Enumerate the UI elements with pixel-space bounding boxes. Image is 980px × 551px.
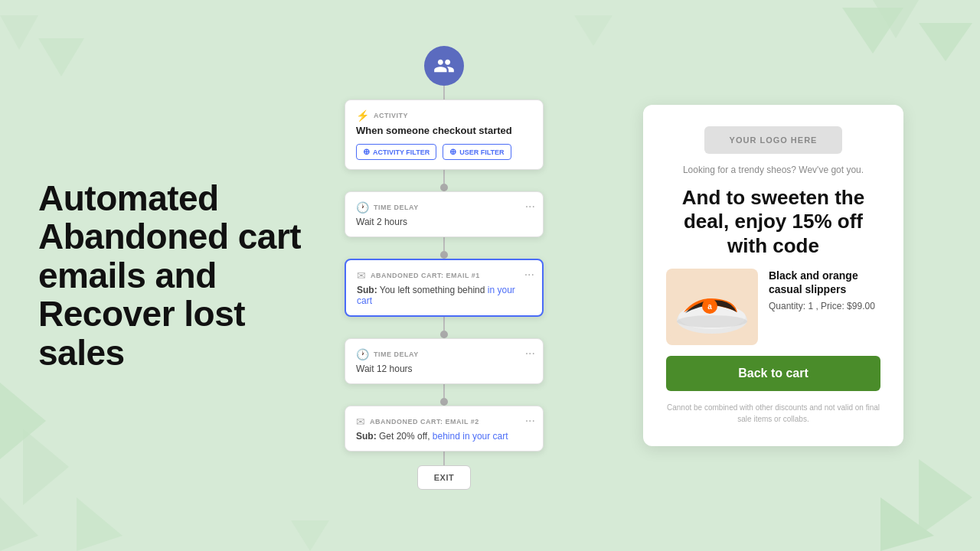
content-wrapper: Automated Abandoned cart emails and Reco… — [0, 0, 980, 551]
hero-title: Automated Abandoned cart emails and Reco… — [38, 179, 322, 373]
email2-subject-prefix: Sub: — [356, 431, 377, 442]
activity-type-label: ACTIVITY — [374, 112, 408, 119]
email1-card-header: ✉ ABANDONED CART: EMAIL #1 — [357, 269, 531, 282]
connector-line-5 — [443, 384, 445, 398]
price-label: Price: — [821, 301, 844, 311]
email2-type-label: ABANDONED CART: EMAIL #2 — [370, 418, 479, 425]
mail-icon-2: ✉ — [356, 416, 365, 428]
activity-card-header: ⚡ ACTIVITY — [356, 109, 532, 122]
activity-card-title: When someone checkout started — [356, 125, 532, 136]
product-name: Black and orange casual slippers — [769, 269, 880, 296]
connector-dot-1 — [440, 184, 448, 191]
plus-icon-1: ⊕ — [363, 147, 370, 157]
email-headline: And to sweeten the deal, enjoy 15% off w… — [666, 186, 880, 258]
disclaimer-text: Cannot be combined with other discounts … — [666, 402, 880, 425]
connector-line-1 — [443, 86, 445, 99]
email-tagline: Looking for a trendy sheos? Wev've got y… — [683, 165, 864, 175]
exit-node: EXIT — [417, 465, 471, 490]
connector-line-2 — [443, 170, 445, 184]
email1-type-label: ABANDONED CART: EMAIL #1 — [371, 272, 480, 279]
delay1-card-header: 🕐 TIME DELAY — [356, 201, 532, 214]
email2-dots-menu[interactable]: ··· — [525, 414, 535, 428]
email1-subject-text: You left something behind in your cart — [357, 285, 515, 306]
back-to-cart-button[interactable]: Back to cart — [666, 356, 880, 391]
quantity-label: Quantity: — [769, 301, 805, 311]
users-icon — [433, 55, 455, 77]
slipper-image: a — [670, 272, 754, 341]
product-info: Black and orange casual slippers Quantit… — [769, 269, 880, 311]
email1-subject-prefix: Sub: — [357, 285, 377, 295]
delay1-body: Wait 2 hours — [356, 217, 532, 227]
lightning-icon: ⚡ — [356, 109, 369, 122]
activity-card[interactable]: ⚡ ACTIVITY When someone checkout started… — [345, 99, 544, 170]
delay2-type-label: TIME DELAY — [374, 350, 419, 358]
product-details: Quantity: 1 , Price: $99.00 — [769, 301, 880, 311]
quantity-value: 1 — [808, 301, 813, 311]
delay2-card-header: 🕐 TIME DELAY — [356, 348, 532, 360]
middle-panel: ⚡ ACTIVITY When someone checkout started… — [322, 0, 567, 551]
email1-dots-menu[interactable]: ··· — [524, 268, 534, 282]
connector-line-4 — [443, 317, 445, 331]
exit-label: EXIT — [434, 473, 454, 482]
price-value: $99.00 — [847, 301, 875, 311]
delay1-dots-menu[interactable]: ··· — [525, 200, 535, 214]
svg-point-18 — [677, 315, 747, 328]
clock-icon-1: 🕐 — [356, 201, 369, 214]
product-card: a Black and orange casual slippers Quant… — [666, 269, 880, 345]
start-node — [424, 46, 464, 86]
left-panel: Automated Abandoned cart emails and Reco… — [0, 0, 322, 551]
connector-line-6 — [443, 452, 445, 465]
workflow-container: ⚡ ACTIVITY When someone checkout started… — [345, 46, 544, 490]
delay2-dots-menu[interactable]: ··· — [525, 347, 535, 360]
connector-dot-4 — [440, 398, 448, 406]
clock-icon-2: 🕐 — [356, 348, 369, 360]
product-image: a — [666, 269, 758, 345]
delay2-card[interactable]: ··· 🕐 TIME DELAY Wait 12 hours — [345, 338, 544, 384]
activity-filter-label: ACTIVITY FILTER — [373, 148, 430, 156]
email1-subject: Sub: You left something behind in your c… — [357, 285, 531, 306]
email2-subject-text: Get 20% off, behind in your cart — [379, 431, 508, 442]
email-preview-card: YOUR LOGO HERE Looking for a trendy sheo… — [643, 105, 903, 446]
delay1-card[interactable]: ··· 🕐 TIME DELAY Wait 2 hours — [345, 191, 544, 237]
mail-icon-1: ✉ — [357, 269, 366, 282]
email1-card[interactable]: ··· ✉ ABANDONED CART: EMAIL #1 Sub: You … — [345, 259, 544, 317]
delay2-body: Wait 12 hours — [356, 364, 532, 374]
email2-subject: Sub: Get 20% off, behind in your cart — [356, 431, 532, 442]
logo-placeholder: YOUR LOGO HERE — [704, 126, 842, 154]
email2-card-header: ✉ ABANDONED CART: EMAIL #2 — [356, 416, 532, 428]
delay1-type-label: TIME DELAY — [374, 204, 419, 211]
activity-filter-button[interactable]: ⊕ ACTIVITY FILTER — [356, 144, 436, 160]
right-panel: YOUR LOGO HERE Looking for a trendy sheo… — [567, 0, 980, 551]
svg-text:a: a — [707, 302, 712, 311]
user-filter-label: USER FILTER — [459, 148, 504, 156]
user-filter-button[interactable]: ⊕ USER FILTER — [443, 144, 511, 160]
filter-buttons: ⊕ ACTIVITY FILTER ⊕ USER FILTER — [356, 144, 532, 160]
connector-line-3 — [443, 237, 445, 251]
connector-dot-2 — [440, 251, 448, 259]
plus-icon-2: ⊕ — [449, 147, 456, 157]
connector-dot-3 — [440, 331, 448, 338]
email2-card[interactable]: ··· ✉ ABANDONED CART: EMAIL #2 Sub: Get … — [345, 406, 544, 452]
